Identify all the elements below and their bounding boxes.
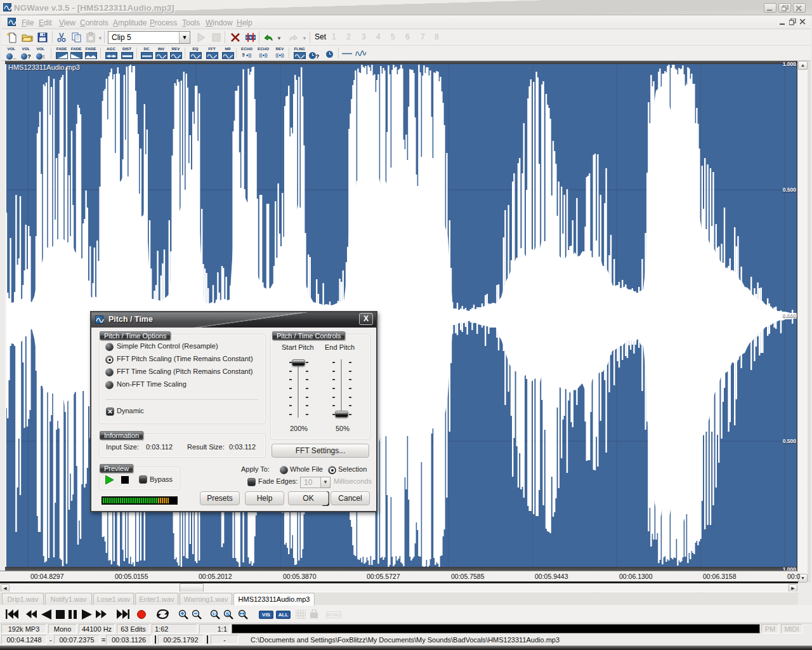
svg-text:S: S — [226, 611, 230, 617]
svg-text:1:1: 1:1 — [213, 612, 218, 616]
